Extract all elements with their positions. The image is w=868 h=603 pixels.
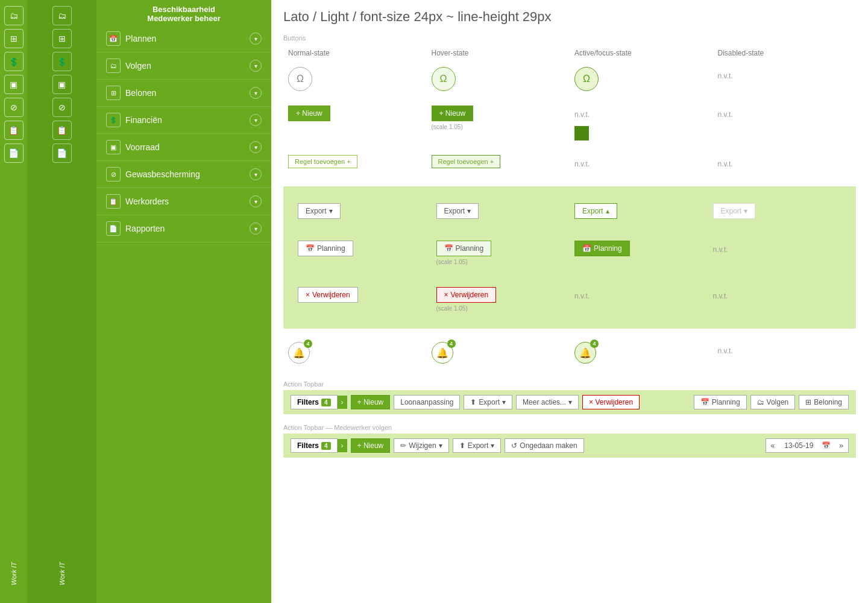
- nav-item-gewasbescherming-chevron: ▾: [250, 168, 262, 180]
- export-button-topbar[interactable]: ⬆ Export ▾: [464, 395, 512, 409]
- delete-hover-scale: (scale 1.05): [436, 305, 468, 312]
- nav-item-werkorders[interactable]: 📋 Werkorders ▾: [96, 188, 271, 215]
- export-label-disabled: Export: [721, 207, 742, 215]
- export-row: Export ▾ Export ▾ Export ▴ Export: [293, 196, 846, 226]
- export-down-icon-normal: ▾: [329, 207, 333, 215]
- export-btn-normal[interactable]: Export ▾: [298, 203, 341, 219]
- new-btn-hover[interactable]: + Nieuw: [432, 106, 474, 121]
- new-button-topbar[interactable]: + Nieuw: [351, 395, 391, 409]
- planning-icon-active: 📅: [582, 244, 591, 253]
- filters-button[interactable]: Filters 4: [291, 395, 338, 409]
- secondary-icon-5[interactable]: ⊘: [52, 98, 72, 117]
- reward-button-topbar[interactable]: ⊞ Beloning: [799, 395, 849, 409]
- sidebar-left: 🗂 ⊞ 💲 ▣ ⊘ 📋 📄 Work IT: [0, 0, 27, 603]
- secondary-icon-6[interactable]: 📋: [52, 121, 72, 140]
- secondary-icon-2[interactable]: ⊞: [52, 29, 72, 48]
- delete-btn-normal[interactable]: × Verwijderen: [298, 287, 358, 303]
- bell-normal[interactable]: 🔔 4: [288, 342, 310, 364]
- nav-item-rapporten[interactable]: 📄 Rapporten ▾: [96, 215, 271, 242]
- sidebar-icon-6[interactable]: 📋: [4, 121, 24, 140]
- export-normal-cell: Export ▾: [293, 196, 432, 226]
- nav-item-belonen-chevron: ▾: [250, 87, 262, 99]
- new-button-topbar2[interactable]: + Nieuw: [351, 438, 391, 453]
- export-button-topbar2[interactable]: ⬆ Export ▾: [453, 438, 502, 453]
- action-topbar2: Filters 4 › + Nieuw ✏ Wijzigen ▾ ⬆ Expor…: [283, 434, 856, 458]
- export-hover-cell: Export ▾: [432, 196, 570, 226]
- bell-disabled-nv: n.v.t.: [718, 342, 733, 360]
- wijzigen-icon: ✏: [400, 441, 406, 450]
- secondary-icon-7[interactable]: 📄: [52, 144, 72, 163]
- delete-active-cell: n.v.t.: [570, 280, 708, 319]
- action-topbar: Filters 4 › + Nieuw Loonaanpassing ⬆ Exp…: [283, 390, 856, 414]
- more-label: Meer acties...: [523, 398, 566, 406]
- date-prev-icon: «: [771, 441, 775, 450]
- circle-btn-normal[interactable]: Ω: [288, 67, 312, 91]
- rule-btn-normal[interactable]: Regel toevoegen +: [288, 155, 357, 168]
- nav-item-voorraad[interactable]: ▣ Voorraad ▾: [96, 134, 271, 161]
- nav-item-werkorders-label: Werkorders: [125, 197, 250, 206]
- nav-item-gewasbescherming-label: Gewasbescherming: [125, 169, 250, 179]
- green-section: Export ▾ Export ▾ Export ▴ Export: [283, 186, 856, 329]
- more-chevron: ▾: [568, 398, 572, 406]
- sidebar-icon-1[interactable]: 🗂: [4, 6, 24, 25]
- bell-active[interactable]: 🔔 4: [574, 342, 596, 364]
- nav-item-gewasbescherming[interactable]: ⊘ Gewasbescherming ▾: [96, 161, 271, 188]
- nav-item-plannen[interactable]: 📅 Plannen ▾: [96, 25, 271, 52]
- cell-rule-hover: Regel toevoegen +: [427, 148, 570, 180]
- date-nav: « 13-05-19 📅 »: [766, 438, 849, 453]
- filters-arrow-button[interactable]: ›: [338, 396, 347, 409]
- nav-item-belonen[interactable]: ⊞ Belonen ▾: [96, 80, 271, 107]
- filters-button2[interactable]: Filters 4: [291, 438, 338, 453]
- planning-btn-normal[interactable]: 📅 Planning: [298, 241, 353, 256]
- col-active: Active/focus-state: [570, 46, 713, 60]
- rule-disabled-nv: n.v.t.: [718, 155, 733, 173]
- reward-label-topbar: Beloning: [814, 398, 842, 406]
- planning-normal-cell: 📅 Planning: [293, 233, 432, 273]
- nav-item-rapporten-label: Rapporten: [125, 224, 250, 233]
- bell-hover[interactable]: 🔔 4: [432, 342, 453, 364]
- cell-circle-disabled: n.v.t.: [713, 60, 857, 98]
- nav-menu-title: Beschikbaarheid Medewerker beheer: [96, 0, 271, 25]
- date-prev-btn[interactable]: «: [766, 439, 780, 452]
- follow-button-topbar[interactable]: 🗂 Volgen: [750, 395, 796, 409]
- date-next-btn[interactable]: »: [834, 439, 848, 452]
- more-button[interactable]: Meer acties... ▾: [516, 395, 579, 409]
- nav-item-volgen[interactable]: 🗂 Volgen ▾: [96, 52, 271, 80]
- sidebar-icon-4[interactable]: ▣: [4, 75, 24, 94]
- planning-btn-hover[interactable]: 📅 Planning: [436, 241, 492, 256]
- secondary-icon-1[interactable]: 🗂: [52, 6, 72, 25]
- planning-label-normal: Planning: [317, 244, 345, 253]
- planning-btn-active[interactable]: 📅 Planning: [574, 241, 630, 256]
- col-disabled: Disabled-state: [713, 46, 857, 60]
- undo-button[interactable]: ↺ Ongedaan maken: [505, 438, 583, 453]
- row-circle-buttons: Ω Ω Ω n.v.t.: [283, 60, 856, 98]
- filters-count2: 4: [321, 442, 331, 450]
- filters-arrow-button2[interactable]: ›: [338, 439, 347, 452]
- rule-btn-hover[interactable]: Regel toevoegen +: [432, 155, 501, 168]
- sidebar-icon-2[interactable]: ⊞: [4, 29, 24, 48]
- export-label-normal: Export: [306, 207, 327, 215]
- sidebar-icon-5[interactable]: ⊘: [4, 98, 24, 117]
- delete-btn-hover[interactable]: × Verwijderen: [436, 287, 497, 303]
- export-btn-active[interactable]: Export ▴: [574, 203, 617, 219]
- action-topbar2-label: Action Topbar — Medewerker volgen: [283, 424, 856, 431]
- circle-btn-hover[interactable]: Ω: [432, 67, 456, 91]
- nav-item-financien-chevron: ▾: [250, 114, 262, 126]
- wijzigen-button[interactable]: ✏ Wijzigen ▾: [394, 438, 448, 453]
- planning-button-topbar[interactable]: 📅 Planning: [694, 395, 747, 409]
- sidebar-icon-7[interactable]: 📄: [4, 144, 24, 163]
- export-down-icon-hover: ▾: [467, 207, 471, 215]
- nav-item-voorraad-icon: ▣: [106, 140, 121, 154]
- sidebar-secondary: 🗂 ⊞ 💲 ▣ ⊘ 📋 📄 Work IT: [27, 0, 96, 603]
- sidebar-icon-3[interactable]: 💲: [4, 52, 24, 71]
- nav-item-belonen-icon: ⊞: [106, 86, 121, 100]
- export-btn-hover[interactable]: Export ▾: [436, 203, 479, 219]
- secondary-icon-3[interactable]: 💲: [52, 52, 72, 71]
- new-btn-normal[interactable]: + Nieuw: [288, 106, 330, 121]
- circle-btn-active[interactable]: Ω: [574, 67, 599, 91]
- nav-item-financien[interactable]: 💲 Financiën ▾: [96, 107, 271, 134]
- delete-button-topbar[interactable]: × Verwijderen: [582, 395, 640, 409]
- bell-hover-cell: 🔔 4: [427, 335, 570, 371]
- secondary-icon-4[interactable]: ▣: [52, 75, 72, 94]
- loon-button[interactable]: Loonaanpassing: [394, 395, 460, 409]
